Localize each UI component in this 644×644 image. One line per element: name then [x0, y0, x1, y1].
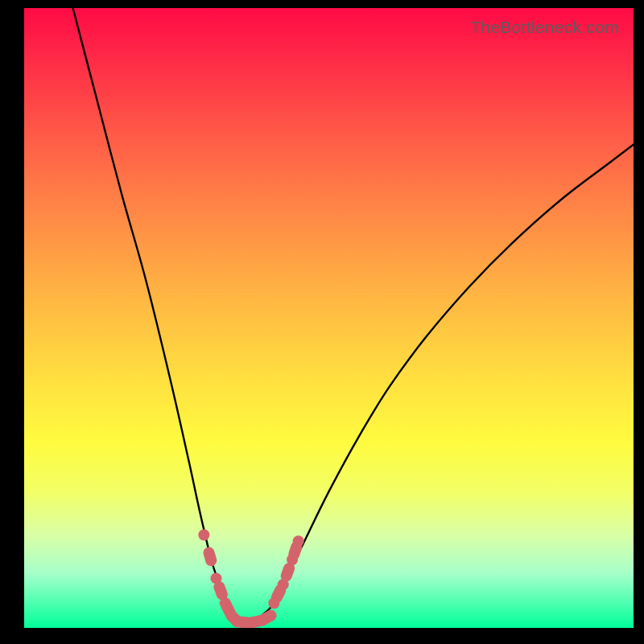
highlight-dot [220, 597, 231, 609]
highlight-dot [278, 579, 289, 590]
highlight-dot [232, 616, 243, 627]
highlight-dot [287, 554, 298, 565]
highlight-band-bottom [232, 610, 277, 628]
bottleneck-curve [73, 8, 634, 622]
chart-plot-area: TheBottleneck.com [24, 8, 634, 628]
highlight-band-right [268, 535, 303, 609]
highlight-dot [266, 610, 277, 621]
highlight-dash [219, 587, 221, 594]
highlight-dash [287, 568, 289, 576]
highlight-dot [198, 530, 209, 541]
highlight-dash [277, 590, 280, 597]
highlight-dash [294, 547, 296, 555]
highlight-dot [268, 597, 279, 609]
highlight-dot [210, 572, 221, 584]
highlight-dash [209, 553, 212, 561]
bottleneck-chart-svg [24, 8, 634, 628]
highlight-band-left [198, 530, 243, 628]
curve-layer [73, 8, 634, 622]
highlight-dot [293, 535, 304, 547]
